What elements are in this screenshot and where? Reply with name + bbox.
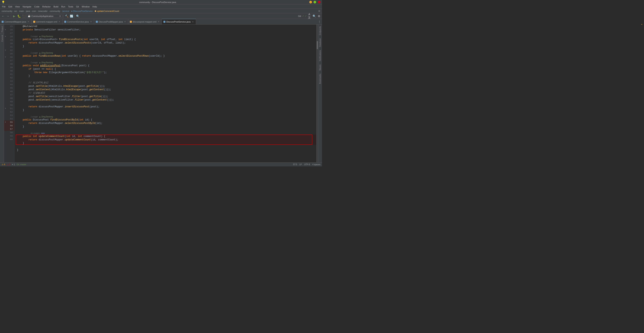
database-tab[interactable]: Database: [318, 38, 322, 48]
tab-close-5[interactable]: ✕: [157, 20, 160, 23]
error-count[interactable]: △ 2: [7, 163, 10, 166]
fold-icon-32[interactable]: ▼: [4, 49, 6, 51]
breadcrumb-project[interactable]: community: [2, 10, 12, 12]
close-button[interactable]: ✕: [318, 1, 320, 4]
line-60: 60: [4, 138, 14, 141]
menu-edit[interactable]: Edit: [7, 5, 14, 8]
forward-button[interactable]: →: [6, 14, 10, 18]
code-line-27: [15, 32, 316, 35]
indent-setting[interactable]: 4 spaces: [312, 163, 320, 166]
line-separator[interactable]: LF: [300, 163, 302, 166]
code-line-56: return discussPostMapper.updateCommentCo…: [15, 138, 316, 141]
commit-tab[interactable]: Commit: [0, 34, 4, 43]
search-button[interactable]: 🔍: [312, 14, 316, 18]
back-button[interactable]: ←: [1, 14, 5, 18]
menu-refactor[interactable]: Refactor: [41, 5, 52, 8]
search-everywhere-button[interactable]: 🔍: [76, 14, 80, 18]
minimize-button[interactable]: ─: [309, 1, 312, 4]
coverage-button[interactable]: ⬛: [22, 14, 26, 18]
breadcrumb-sep7: ›: [61, 10, 62, 12]
tab-close-3[interactable]: ✕: [90, 20, 92, 23]
tab-discuss-post-service-java[interactable]: DiscussPostService.java ✕: [162, 19, 196, 24]
code-line-36: public void addDiscussPost(DiscussPost p…: [15, 64, 316, 67]
breadcrumb-src[interactable]: src: [14, 10, 17, 12]
notifications-tab[interactable]: Notifications: [318, 49, 322, 62]
fold-icon-51[interactable]: ▼: [4, 108, 6, 110]
code-line-39: }: [15, 74, 316, 78]
tab-close-6[interactable]: ✕: [192, 20, 194, 23]
tab-label-5: discusspost-mapper.xml: [132, 21, 156, 23]
encoding[interactable]: UTF-8: [304, 163, 310, 166]
tab-label-6: DiscussPostService.java: [166, 21, 190, 23]
translate-button[interactable]: A文: [307, 14, 312, 18]
menu-git[interactable]: Git: [75, 5, 80, 8]
info-count[interactable]: ✕ 1: [12, 163, 15, 166]
menu-bar: File Edit View Navigate Code Refactor Bu…: [0, 5, 322, 9]
tab-icon-3: [64, 21, 66, 23]
breadcrumb-com[interactable]: com: [32, 10, 36, 12]
git-branch-status[interactable]: Git: master: [16, 163, 26, 166]
line-31: 31: [4, 45, 14, 49]
tab-more-button[interactable]: ⋮: [318, 20, 321, 24]
settings-button[interactable]: ⚙: [317, 14, 321, 18]
fold-icon-36[interactable]: ▼: [4, 56, 6, 58]
tab-icon-5: [130, 21, 132, 23]
right-scrollbar[interactable]: [316, 25, 318, 162]
fold-icon-26[interactable]: ▼: [4, 29, 6, 31]
tab-icon-2: [33, 21, 35, 23]
code-line-32: public int findDiscussRows(int userId) {…: [15, 54, 316, 58]
maven-tab[interactable]: Maven: [318, 64, 322, 71]
menu-navigate[interactable]: Navigate: [21, 5, 32, 8]
code-editor[interactable]: @Autowired private SensitiveFilter sensi…: [14, 25, 316, 162]
tab-close-4[interactable]: ✕: [124, 20, 126, 23]
breadcrumb-nowcoder[interactable]: nowcoder: [38, 10, 48, 12]
breadcrumb-community[interactable]: community: [50, 10, 60, 12]
project-tab[interactable]: Project: [0, 25, 4, 34]
breadcrumb-method[interactable]: updateCommentCount: [97, 10, 119, 12]
menu-window[interactable]: Window: [80, 5, 91, 8]
line-52: 52: [4, 110, 14, 114]
window-controls[interactable]: ─ □ ✕: [309, 1, 320, 4]
scroll-thumb[interactable]: [317, 41, 318, 49]
breadcrumb-class[interactable]: DiscussPostService: [73, 10, 92, 12]
tab-comment-mapper-xml[interactable]: comment-mapper.xml ✕: [32, 19, 63, 24]
menu-build[interactable]: Build: [52, 5, 60, 8]
code-line-49: }: [15, 108, 316, 112]
tab-close-2[interactable]: ✕: [58, 20, 61, 23]
breadcrumb-service[interactable]: service: [62, 10, 69, 12]
menu-code[interactable]: Code: [33, 5, 41, 8]
tab-comment-mapper-java[interactable]: CommentMapper.java ✕: [0, 19, 32, 24]
line-43: 43: [4, 79, 14, 83]
breadcrumb-java[interactable]: java: [26, 10, 30, 12]
tab-close-1[interactable]: ✕: [27, 20, 30, 23]
left-panel-tabs: Project Commit: [0, 25, 4, 162]
debug-button[interactable]: 🐛: [17, 14, 21, 18]
breadcrumb-sep8: ›: [70, 10, 71, 12]
menu-tools[interactable]: Tools: [67, 5, 74, 8]
fold-icon-28[interactable]: ▼: [4, 36, 6, 38]
tab-discuss-post-mapper-java[interactable]: DiscussPostMapper.java ✕: [94, 19, 128, 24]
run-button[interactable]: ▶: [12, 14, 16, 18]
sync-button[interactable]: 🔄: [69, 14, 74, 18]
cursor-position[interactable]: 57:5: [293, 163, 297, 166]
menu-file[interactable]: File: [1, 5, 7, 8]
breadcrumb-sep2: ›: [18, 10, 19, 12]
line-27: 27: [4, 32, 14, 35]
settings-icon[interactable]: ⚙: [318, 10, 320, 13]
menu-help[interactable]: Help: [91, 5, 98, 8]
run-config[interactable]: ☕ CommunityApplication ▼: [26, 14, 62, 18]
build-button[interactable]: 🔨: [64, 14, 69, 18]
tab-discusspost-mapper-xml[interactable]: discusspost-mapper.xml ✕: [128, 19, 162, 24]
right-panel: Endpoints Database Notifications Maven B…: [318, 25, 322, 162]
maximize-button[interactable]: □: [314, 1, 316, 4]
endpoints-tab[interactable]: Endpoints: [318, 25, 322, 36]
fold-icon-55[interactable]: ▼: [4, 121, 6, 123]
menu-run[interactable]: Run: [60, 5, 66, 8]
tab-comment-service-java[interactable]: CommentService.java ✕: [62, 19, 94, 24]
bookmarks-tab[interactable]: Bookmarks: [318, 73, 322, 85]
menu-view[interactable]: View: [14, 5, 21, 8]
breadcrumb-sep6: ›: [48, 10, 49, 12]
warning-count[interactable]: ⚠ 6: [2, 163, 5, 166]
code-line-37: if (post == null) {: [15, 67, 316, 71]
breadcrumb-main[interactable]: main: [19, 10, 24, 12]
